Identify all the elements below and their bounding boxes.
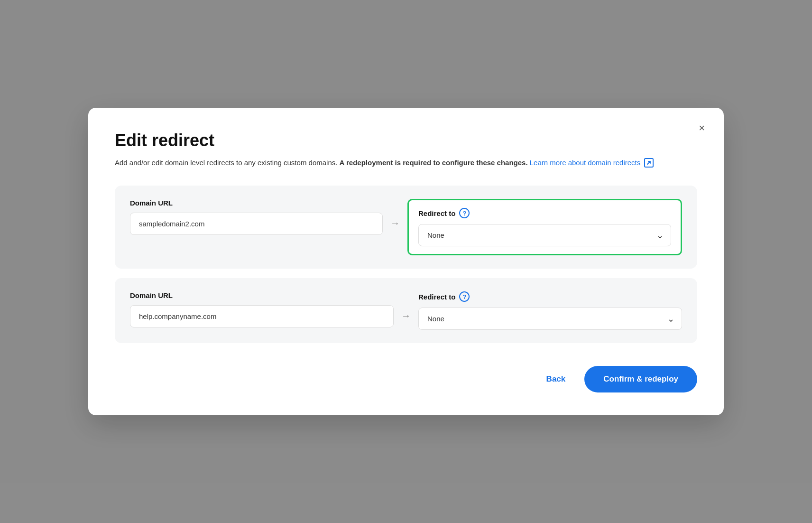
card-1-row: Domain URL → Redirect to ? N xyxy=(130,199,682,255)
card-2-redirect-label: Redirect to ? xyxy=(418,291,682,302)
domain-url-label-1: Domain URL xyxy=(130,199,173,207)
description-bold: A redeployment is required to configure … xyxy=(340,159,528,167)
redirect-card-1: Domain URL → Redirect to ? N xyxy=(115,186,697,269)
help-icon-2[interactable]: ? xyxy=(459,291,470,302)
description-text-part1: Add and/or edit domain level redirects t… xyxy=(115,159,340,167)
domain-url-label-2: Domain URL xyxy=(130,291,173,299)
card-2-dropdown-wrapper: None ⌄ xyxy=(418,308,682,330)
external-link-icon xyxy=(644,158,654,168)
domain-url-input-1[interactable] xyxy=(130,213,383,235)
confirm-redeploy-button[interactable]: Confirm & redeploy xyxy=(584,366,697,392)
arrow-icon-2: → xyxy=(401,310,411,321)
redirect-dropdown-1[interactable]: None xyxy=(418,224,671,246)
redirect-dropdown-2[interactable]: None xyxy=(418,308,682,330)
redirect-card-2: Domain URL → Redirect to ? N xyxy=(115,278,697,343)
learn-more-text: Learn more about domain redirects xyxy=(530,159,640,167)
close-button[interactable]: × xyxy=(695,121,709,135)
card-1-redirect-section: Redirect to ? None ⌄ xyxy=(407,199,682,255)
card-1-arrow: → xyxy=(383,218,407,229)
card-1-dropdown-wrapper: None ⌄ xyxy=(418,224,671,246)
modal-description: Add and/or edit domain level redirects t… xyxy=(115,157,697,168)
card-2-row: Domain URL → Redirect to ? N xyxy=(130,291,682,330)
back-button[interactable]: Back xyxy=(539,369,573,390)
arrow-icon-1: → xyxy=(390,218,400,229)
card-2-domain-label: Domain URL xyxy=(130,291,394,299)
card-1-redirect-label: Redirect to ? xyxy=(418,208,671,218)
card-2-arrow: → xyxy=(394,310,418,321)
domain-url-input-2[interactable] xyxy=(130,305,394,327)
modal-title: Edit redirect xyxy=(115,131,697,150)
card-2-redirect-section: Redirect to ? None ⌄ xyxy=(418,291,682,330)
redirect-to-label-1: Redirect to xyxy=(418,209,455,217)
redirect-to-label-2: Redirect to xyxy=(418,293,455,301)
card-1-domain-label: Domain URL xyxy=(130,199,383,207)
modal-overlay: × Edit redirect Add and/or edit domain l… xyxy=(0,0,812,523)
edit-redirect-modal: × Edit redirect Add and/or edit domain l… xyxy=(88,108,724,415)
modal-footer: Back Confirm & redeploy xyxy=(115,366,697,392)
card-1-domain-section: Domain URL xyxy=(130,199,383,235)
card-2-domain-section: Domain URL xyxy=(130,291,394,327)
help-icon-1[interactable]: ? xyxy=(459,208,470,218)
learn-more-link[interactable]: Learn more about domain redirects xyxy=(530,159,654,167)
